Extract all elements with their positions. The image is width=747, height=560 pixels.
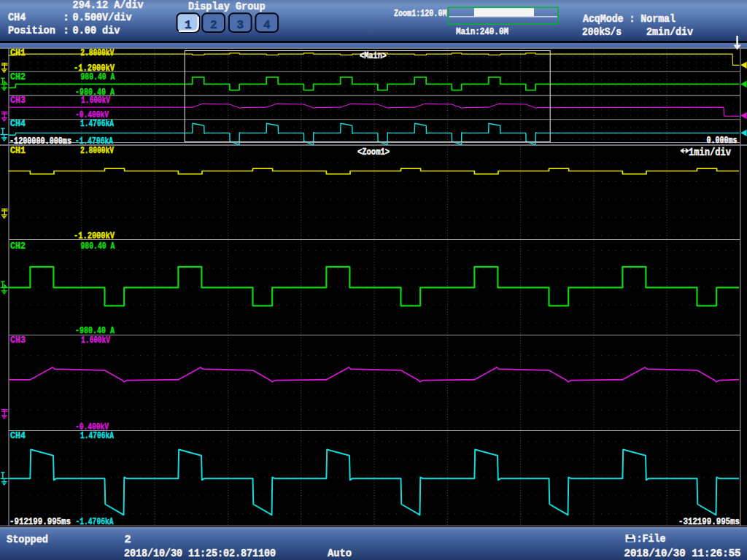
- svg-text:Display Group: Display Group: [188, 0, 266, 13]
- svg-text:Position: Position: [8, 24, 55, 37]
- svg-text:1.600kV: 1.600kV: [81, 95, 111, 106]
- svg-text:CH2: CH2: [10, 71, 26, 82]
- svg-text:CH4: CH4: [10, 118, 26, 129]
- svg-text:2.8000kV: 2.8000kV: [80, 47, 115, 58]
- svg-text:CH3: CH3: [10, 95, 26, 106]
- svg-text:1min/div: 1min/div: [689, 146, 732, 159]
- svg-text:3: 3: [236, 19, 244, 32]
- svg-text:1: 1: [185, 19, 192, 32]
- svg-text:1.4706kA: 1.4706kA: [80, 430, 115, 441]
- svg-text:<Main>: <Main>: [360, 50, 387, 61]
- svg-text:<Zoom1>: <Zoom1>: [357, 147, 390, 158]
- svg-text:1.4706kA: 1.4706kA: [80, 118, 115, 129]
- svg-text:CH1: CH1: [10, 145, 26, 156]
- svg-text:-312199.995ms: -312199.995ms: [678, 516, 740, 527]
- svg-text::File: :File: [637, 532, 666, 545]
- svg-text:CH1: CH1: [10, 47, 26, 58]
- svg-text:AcqMode : Normal: AcqMode : Normal: [583, 12, 676, 26]
- svg-text:2: 2: [125, 533, 131, 546]
- svg-text:0.500V/div: 0.500V/div: [73, 11, 132, 24]
- svg-text:294.12 A/div: 294.12 A/div: [73, 0, 144, 12]
- svg-text:-912199.995ms: -912199.995ms: [9, 516, 71, 527]
- svg-text:2018/10/30 11:25:02.871100: 2018/10/30 11:25:02.871100: [124, 547, 276, 560]
- svg-text:0.000ms: 0.000ms: [707, 135, 738, 146]
- svg-text:CH2: CH2: [10, 241, 26, 252]
- svg-text:CH4: CH4: [10, 430, 26, 441]
- svg-text:0.00 div: 0.00 div: [73, 24, 120, 37]
- svg-text:980.40 A: 980.40 A: [81, 71, 116, 82]
- svg-text:2.8000kV: 2.8000kV: [80, 145, 115, 156]
- svg-text:Zoom1:120.0M: Zoom1:120.0M: [394, 8, 447, 19]
- svg-text:1.600kV: 1.600kV: [81, 335, 111, 346]
- svg-text:980.40 A: 980.40 A: [81, 241, 116, 252]
- svg-text:2018/10/30 11:26:55: 2018/10/30 11:26:55: [624, 547, 741, 560]
- svg-text:Main:240.0M: Main:240.0M: [456, 26, 508, 37]
- svg-text:2: 2: [210, 19, 217, 32]
- svg-text::: :: [63, 11, 69, 24]
- svg-text:4: 4: [263, 19, 271, 32]
- svg-text:-1.4706kA: -1.4706kA: [76, 516, 115, 527]
- svg-text:Auto: Auto: [328, 547, 352, 560]
- svg-text:200kS/s: 200kS/s: [582, 26, 622, 39]
- svg-text:Stopped: Stopped: [7, 533, 48, 546]
- svg-text:CH3: CH3: [10, 335, 26, 346]
- svg-text:CH4: CH4: [8, 11, 26, 24]
- svg-text::: :: [63, 24, 69, 37]
- svg-text:2min/div: 2min/div: [646, 26, 693, 39]
